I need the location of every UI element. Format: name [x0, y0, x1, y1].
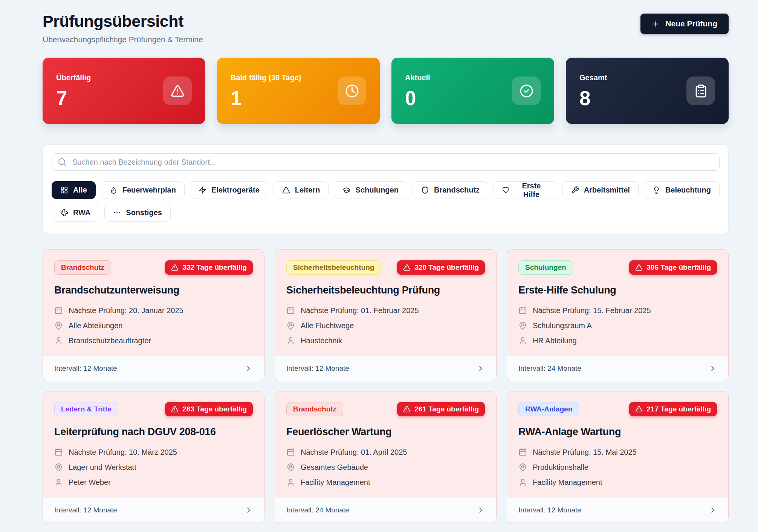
card-title: RWA-Anlage Wartung: [518, 426, 717, 438]
filter-chip-row-1: Alle Feuerwehrplan Elektrogeräte Leitern…: [52, 181, 720, 199]
stats-row: Überfällig 7 Bald fällig (30 Tage) 1 Akt…: [43, 58, 729, 124]
calendar-icon: [518, 448, 527, 457]
next-inspection-row: Nächste Prüfung: 20. Januar 2025: [54, 306, 253, 315]
location-text: Alle Abteilungen: [69, 321, 122, 330]
next-inspection-row: Nächste Prüfung: 01. Februar 2025: [286, 306, 485, 315]
map-pin-icon: [518, 463, 527, 472]
inspection-card-leiterpruefung[interactable]: Leitern & Tritte 283 Tage überfällig Lei…: [43, 391, 264, 523]
chevron-right-icon: [477, 364, 485, 373]
user-icon: [54, 336, 63, 345]
card-footer[interactable]: Intervall: 12 Monate: [507, 497, 728, 523]
overdue-badge: 283 Tage überfällig: [165, 402, 253, 416]
card-title: Leiterprüfung nach DGUV 208-016: [54, 426, 253, 438]
alert-triangle-icon: [171, 405, 179, 413]
check-circle-icon: [520, 84, 533, 98]
next-inspection-text: Nächste Prüfung: 20. Januar 2025: [69, 306, 183, 315]
next-inspection-row: Nächste Prüfung: 15. Februar 2025: [518, 306, 717, 315]
card-body: Brandschutz 332 Tage überfällig Brandsch…: [43, 250, 264, 356]
location-row: Gesamtes Gebäude: [286, 463, 485, 472]
search-icon: [58, 157, 67, 167]
stat-label: Aktuell: [405, 73, 430, 82]
location-text: Gesamtes Gebäude: [301, 463, 368, 472]
filter-chip-label: RWA: [73, 208, 90, 217]
card-footer[interactable]: Intervall: 12 Monate: [275, 356, 496, 381]
inspection-card-sicherheitsbeleuchtung[interactable]: Sicherheitsbeleuchtung 320 Tage überfäll…: [275, 249, 497, 381]
card-head: Brandschutz 332 Tage überfällig: [54, 260, 253, 275]
filter-chip-label: Arbeitsmittel: [584, 186, 630, 194]
stat-value: 1: [231, 88, 301, 108]
location-text: Lager und Werkstatt: [69, 463, 136, 472]
filter-chip-feuerwehrplan[interactable]: Feuerwehrplan: [101, 181, 185, 199]
overdue-badge-label: 332 Tage überfällig: [182, 263, 247, 272]
alert-triangle-icon: [403, 405, 411, 413]
next-inspection-row: Nächste Prüfung: 10. März 2025: [54, 448, 253, 457]
stat-card-bald-faellig: Bald fällig (30 Tage) 1: [217, 58, 380, 124]
overdue-badge-label: 306 Tage überfällig: [646, 263, 711, 272]
card-footer[interactable]: Intervall: 12 Monate: [43, 497, 264, 523]
card-body: Schulungen 306 Tage überfällig Erste-Hil…: [507, 250, 728, 356]
card-body: RWA-Anlagen 217 Tage überfällig RWA-Anla…: [507, 391, 728, 497]
responsible-row: Peter Weber: [54, 478, 253, 487]
alert-triangle-icon: [171, 84, 185, 98]
filter-chip-sonstiges[interactable]: Sonstiges: [104, 204, 171, 222]
more-horizontal-icon: [113, 209, 121, 217]
filter-chip-label: Feuerwehrplan: [122, 186, 176, 194]
overdue-badge: 332 Tage überfällig: [165, 260, 253, 275]
stat-info: Überfällig 7: [56, 73, 91, 108]
chevron-right-icon: [709, 364, 717, 373]
filter-chip-label: Sonstiges: [126, 208, 162, 217]
filter-chip-leitern[interactable]: Leitern: [274, 181, 329, 199]
overdue-badge: 306 Tage überfällig: [629, 260, 717, 275]
next-inspection-text: Nächste Prüfung: 15. Mai 2025: [533, 448, 637, 457]
shield-icon: [421, 186, 429, 194]
category-badge: Schulungen: [518, 260, 573, 275]
inspection-card-feuerloescher-wartung[interactable]: Brandschutz 261 Tage überfällig Feuerlös…: [275, 391, 497, 523]
interval-text: Intervall: 24 Monate: [286, 506, 349, 514]
calendar-icon: [54, 306, 63, 315]
responsible-row: Facility Management: [518, 478, 717, 487]
filter-chip-label: Leitern: [295, 186, 320, 194]
page-title: Prüfungsübersicht: [43, 12, 203, 31]
search-input[interactable]: [52, 153, 720, 171]
filter-chip-erste-hilfe[interactable]: Erste Hilfe: [494, 181, 557, 199]
stat-icon-box: [338, 76, 366, 105]
new-pruefung-button[interactable]: Neue Prüfung: [640, 14, 729, 34]
responsible-text: Facility Management: [533, 478, 602, 487]
interval-text: Intervall: 12 Monate: [286, 364, 349, 373]
filter-chip-elektrogeraete[interactable]: Elektrogeräte: [190, 181, 268, 199]
stat-info: Bald fällig (30 Tage) 1: [231, 73, 301, 108]
overdue-badge: 261 Tage überfällig: [397, 402, 485, 416]
filter-chip-label: Beleuchtung: [665, 186, 711, 194]
filter-chip-arbeitsmittel[interactable]: Arbeitsmittel: [562, 181, 639, 199]
responsible-text: Haustechnik: [301, 336, 342, 345]
inspection-card-erste-hilfe-schulung[interactable]: Schulungen 306 Tage überfällig Erste-Hil…: [507, 249, 729, 381]
card-body: Leitern & Tritte 283 Tage überfällig Lei…: [43, 391, 264, 497]
card-footer[interactable]: Intervall: 12 Monate: [43, 356, 264, 381]
filter-chip-rwa[interactable]: RWA: [52, 204, 99, 222]
responsible-row: Facility Management: [286, 478, 485, 487]
user-icon: [518, 478, 527, 487]
stat-value: 7: [56, 88, 91, 108]
alert-triangle-icon: [171, 264, 179, 271]
graduation-cap-icon: [342, 186, 350, 194]
stat-label: Bald fällig (30 Tage): [231, 73, 301, 82]
inspection-cards-grid: Brandschutz 332 Tage überfällig Brandsch…: [43, 249, 729, 523]
user-icon: [286, 478, 295, 487]
inspection-card-brandschutzunterweisung[interactable]: Brandschutz 332 Tage überfällig Brandsch…: [43, 249, 264, 381]
user-icon: [518, 336, 527, 345]
card-footer[interactable]: Intervall: 24 Monate: [507, 356, 728, 381]
next-inspection-text: Nächste Prüfung: 01. April 2025: [301, 448, 407, 457]
responsible-text: Facility Management: [301, 478, 370, 487]
inspection-card-rwa-anlage-wartung[interactable]: RWA-Anlagen 217 Tage überfällig RWA-Anla…: [507, 391, 729, 523]
stat-info: Gesamt 8: [579, 73, 607, 108]
filter-chip-brandschutz[interactable]: Brandschutz: [413, 181, 488, 199]
map-pin-icon: [518, 321, 527, 330]
filter-chip-beleuchtung[interactable]: Beleuchtung: [644, 181, 720, 199]
user-icon: [54, 478, 63, 487]
card-footer[interactable]: Intervall: 24 Monate: [275, 497, 496, 523]
filter-chip-schulungen[interactable]: Schulungen: [334, 181, 407, 199]
filter-chip-alle[interactable]: Alle: [52, 181, 96, 199]
chevron-right-icon: [709, 506, 717, 514]
responsible-row: HR Abteilung: [518, 336, 717, 345]
filter-chip-label: Erste Hilfe: [514, 182, 548, 199]
